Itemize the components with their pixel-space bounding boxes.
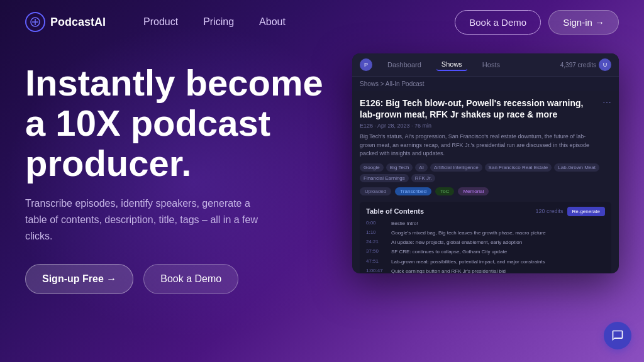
chat-bubble[interactable] — [604, 322, 631, 349]
episode-desc: Big Tech's status, AI's progression, San… — [360, 133, 597, 158]
nav-pricing[interactable]: Pricing — [203, 16, 234, 28]
toc-header: Table of Contents 120 credits Re-generat… — [366, 207, 605, 216]
status-transcribed-button[interactable]: Transcribed — [395, 187, 431, 195]
hero-section: Instantly become a 10X podcast producer.… — [25, 57, 327, 294]
logo[interactable]: PodcastAI — [25, 12, 106, 32]
logo-text: PodcastAI — [50, 16, 106, 29]
app-tab-shows[interactable]: Shows — [436, 58, 467, 71]
tag-ai: AI — [415, 163, 428, 172]
hero-subtext: Transcribe episodes, identify speakers, … — [25, 195, 264, 244]
app-breadcrumb: Shows > All-In Podcast — [352, 77, 619, 91]
nav-book-demo-button[interactable]: Book a Demo — [455, 10, 541, 35]
hero-headline: Instantly become a 10X podcast producer. — [25, 63, 327, 183]
episode-meta: E126 · Apr 28, 2023 · 76 min — [360, 123, 597, 129]
toc-item-6: 1:00:47 Quick earnings button and RFK Jr… — [366, 268, 605, 273]
nav-actions: Book a Demo Sign-in → — [455, 10, 619, 35]
nav-product[interactable]: Product — [143, 16, 178, 28]
tag-financial: Financial Earnings — [360, 174, 409, 182]
toc-item-1: 0:00 Bestie Intro! — [366, 220, 605, 227]
toc-item-5: 47:51 Lab-grown meat: possibilities, pot… — [366, 258, 605, 265]
toc-item-4: 37:50 SF CRE: continues to collapse, Got… — [366, 248, 605, 255]
app-tab-dashboard[interactable]: Dashboard — [382, 59, 426, 70]
app-screenshot: P Dashboard Shows Hosts 4,397 credits U … — [352, 53, 619, 273]
logo-icon — [25, 12, 45, 32]
toc-meta: 120 credits Re-generate — [535, 207, 605, 216]
toc-credits: 120 credits — [535, 208, 563, 214]
status-toc-button[interactable]: ToC — [435, 187, 454, 195]
episode-more-icon[interactable]: ⋯ — [597, 97, 611, 107]
app-topbar: P Dashboard Shows Hosts 4,397 credits U — [352, 53, 619, 77]
main-content: Instantly become a 10X podcast producer.… — [0, 44, 644, 294]
tag-sf-realestate: San Francisco Real Estate — [485, 163, 552, 172]
signup-button[interactable]: Sign-up Free → — [25, 264, 133, 294]
hero-book-demo-button[interactable]: Book a Demo — [143, 264, 238, 294]
tag-rfkjr: RFK Jr. — [411, 174, 436, 182]
nav-links: Product Pricing About — [143, 16, 455, 28]
hero-actions: Sign-up Free → Book a Demo — [25, 264, 327, 294]
episode-title: E126: Big Tech blow-out, Powell's recess… — [360, 97, 597, 120]
nav-about[interactable]: About — [259, 16, 286, 28]
tag-artificial-intelligence: Artificial Intelligence — [430, 163, 482, 172]
nav-signin-button[interactable]: Sign-in → — [548, 10, 619, 35]
toc-section: Table of Contents 120 credits Re-generat… — [360, 202, 611, 273]
toc-item-3: 24:21 AI update: new projects, global en… — [366, 239, 605, 246]
app-tabs: P Dashboard Shows Hosts — [360, 58, 505, 71]
toc-title: Table of Contents — [366, 207, 424, 215]
status-row: Uploaded Transcribed ToC Memorial — [360, 187, 611, 195]
regenerate-button[interactable]: Re-generate — [567, 207, 605, 216]
status-memorial-button[interactable]: Memorial — [458, 187, 489, 195]
app-credits: 4,397 credits U — [560, 58, 611, 71]
toc-item-2: 1:10 Google's mixed bag, Big tech leaves… — [366, 229, 605, 236]
navigation: PodcastAI Product Pricing About Book a D… — [0, 0, 644, 44]
tag-bigtech: Big Tech — [386, 163, 413, 172]
credits-text: 4,397 credits — [560, 62, 596, 69]
app-tab-hosts[interactable]: Hosts — [477, 59, 505, 70]
toc-items: 0:00 Bestie Intro! 1:10 Google's mixed b… — [366, 220, 605, 273]
app-logo-icon: P — [360, 58, 372, 71]
status-uploaded-button[interactable]: Uploaded — [360, 187, 391, 195]
episode-tags: Google Big Tech AI Artificial Intelligen… — [360, 163, 611, 182]
user-avatar[interactable]: U — [599, 58, 611, 71]
tag-labgrown: Lab-Grown Meat — [554, 163, 599, 172]
app-content: E126: Big Tech blow-out, Powell's recess… — [352, 91, 619, 273]
tag-google: Google — [360, 163, 384, 172]
